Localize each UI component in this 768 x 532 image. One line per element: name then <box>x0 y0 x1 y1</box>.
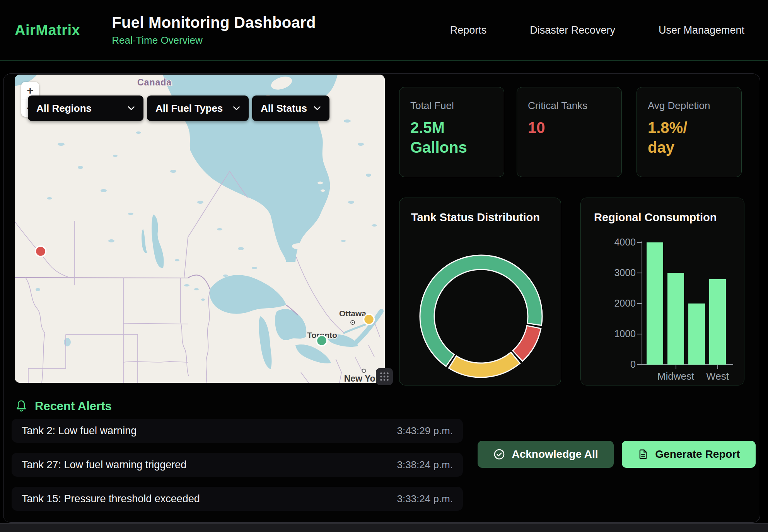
bar-region-3 <box>709 279 726 365</box>
alert-row[interactable]: Tank 27: Low fuel warning triggered 3:38… <box>12 453 463 477</box>
stat-value: 1.8%/ day <box>648 118 730 157</box>
fuel-type-filter-value: All Fuel Types <box>155 102 223 114</box>
city-symbol-new-york <box>362 369 366 373</box>
tank-status-card: Tank Status Distribution <box>399 198 561 385</box>
map-resize-handle[interactable] <box>376 368 393 385</box>
island-akimiski <box>292 243 306 249</box>
nav-user-management[interactable]: User Management <box>659 24 744 36</box>
fuel-monitoring-dashboard: AirMatrix Fuel Monitoring Dashboard Real… <box>0 0 768 532</box>
y-tick-mark <box>637 242 642 243</box>
y-tick-mark <box>637 303 642 304</box>
alert-row[interactable]: Tank 2: Low fuel warning 3:43:29 p.m. <box>12 419 463 443</box>
document-icon <box>637 448 649 460</box>
grip-dots-icon <box>379 371 390 382</box>
acknowledge-all-label: Acknowledge All <box>512 448 598 460</box>
chevron-down-icon <box>314 106 321 111</box>
y-tick-mark <box>637 334 642 334</box>
island-small <box>317 182 323 184</box>
y-tick-label: 0 <box>605 359 636 370</box>
alert-message: Tank 15: Pressure threshold exceeded <box>22 493 200 505</box>
bell-icon <box>15 399 28 414</box>
alert-row[interactable]: Tank 15: Pressure threshold exceeded 3:3… <box>12 487 463 511</box>
alert-timestamp: 3:33:24 p.m. <box>397 493 453 505</box>
recent-alerts-title: Recent Alerts <box>35 399 112 413</box>
status-filter-value: All Status <box>261 102 307 114</box>
y-tick-label: 3000 <box>605 267 636 278</box>
region-filter-value: All Regions <box>36 102 92 114</box>
alert-message: Tank 2: Low fuel warning <box>22 425 137 437</box>
stat-label: Avg Depletion <box>648 100 730 112</box>
fuel-type-filter-dropdown[interactable]: All Fuel Types <box>147 95 249 121</box>
alert-timestamp: 3:43:29 p.m. <box>397 425 453 437</box>
donut-segment-warning <box>449 352 520 377</box>
bar-region-2 <box>688 304 705 365</box>
x-tick-mark <box>676 365 676 369</box>
alert-timestamp: 3:38:24 p.m. <box>397 459 453 471</box>
stat-value: 2.5M Gallons <box>410 118 493 157</box>
stat-value-line2: day <box>648 138 730 157</box>
page-subtitle: Real-Time Overview <box>112 34 316 46</box>
donut-segment-critical <box>513 326 541 361</box>
map-label-ottawa: Ottawa <box>339 309 366 318</box>
bar-chart-title: Regional Consumption <box>594 211 717 224</box>
chevron-down-icon <box>233 106 240 111</box>
main-nav: Reports Disaster Recovery User Managemen… <box>450 24 744 36</box>
footer-strip <box>0 523 768 532</box>
generate-report-label: Generate Report <box>655 448 740 460</box>
donut-chart-title: Tank Status Distribution <box>411 211 540 224</box>
y-tick-mark <box>637 364 642 365</box>
map-filters: All Regions All Fuel Types All Status <box>28 95 329 121</box>
stat-value-line2: Gallons <box>410 138 493 157</box>
city-symbol-ottawa-dot <box>352 322 353 323</box>
generate-report-button[interactable]: Generate Report <box>622 441 756 468</box>
stat-card-critical-tanks: Critical Tanks 10 <box>517 87 622 177</box>
tank-status-donut-chart <box>415 251 547 382</box>
acknowledge-all-button[interactable]: Acknowledge All <box>478 441 614 468</box>
stat-card-avg-depletion: Avg Depletion 1.8%/ day <box>637 87 742 177</box>
chevron-down-icon <box>128 106 135 111</box>
app-header: AirMatrix Fuel Monitoring Dashboard Real… <box>0 0 768 61</box>
x-tick-mark <box>717 365 718 369</box>
nav-disaster-recovery[interactable]: Disaster Recovery <box>530 24 615 36</box>
y-tick-mark <box>637 273 642 273</box>
bar-region-1 <box>667 273 684 365</box>
status-filter-dropdown[interactable]: All Status <box>252 95 329 121</box>
region-filter-dropdown[interactable]: All Regions <box>28 95 143 121</box>
stat-value-line1: 10 <box>528 118 611 138</box>
nav-reports[interactable]: Reports <box>450 24 487 36</box>
y-axis-line <box>642 241 642 365</box>
island-small <box>321 189 325 192</box>
bar-region-0 <box>647 242 663 365</box>
alert-message: Tank 27: Low fuel warning triggered <box>22 459 186 471</box>
y-tick-label: 2000 <box>605 298 636 309</box>
check-circle-icon <box>493 448 505 460</box>
x-tick-label: West <box>687 370 749 382</box>
brand-logo: AirMatrix <box>15 22 80 39</box>
stat-value: 10 <box>528 118 611 138</box>
y-tick-label: 1000 <box>605 328 636 339</box>
map-label-canada: Canada <box>137 77 172 87</box>
tank-marker-critical[interactable] <box>36 246 46 257</box>
map-container[interactable]: Canada Ottawa Toronto New York + − All R… <box>15 75 385 383</box>
regional-consumption-card: Regional Consumption 01000200030004000Mi… <box>580 198 744 385</box>
page-title: Fuel Monitoring Dashboard <box>112 14 316 31</box>
stat-value-line1: 1.8%/ <box>648 118 730 138</box>
title-block: Fuel Monitoring Dashboard Real-Time Over… <box>112 14 316 46</box>
stat-value-line1: 2.5M <box>410 118 493 138</box>
tank-marker-normal[interactable] <box>317 336 327 346</box>
stat-label: Total Fuel <box>410 100 493 112</box>
recent-alerts-heading: Recent Alerts <box>15 399 112 414</box>
y-tick-label: 4000 <box>605 237 636 248</box>
tank-marker-warning[interactable] <box>364 314 374 325</box>
stat-label: Critical Tanks <box>528 100 611 112</box>
stat-card-total-fuel: Total Fuel 2.5M Gallons <box>399 87 504 177</box>
